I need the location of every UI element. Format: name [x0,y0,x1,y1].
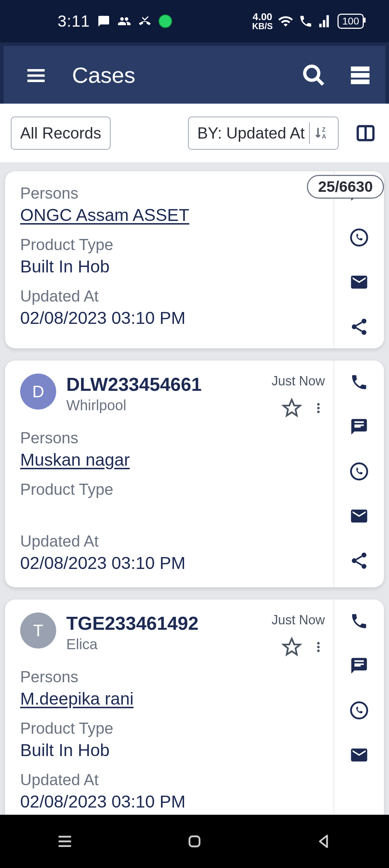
svg-point-16 [351,464,367,480]
message-button[interactable] [348,655,370,677]
email-icon [349,745,369,765]
case-card[interactable]: D DLW233454661 Whirlpool Just Now [5,361,384,587]
system-nav-bar [0,815,389,868]
status-right: 4.00 KB/S 100 [252,12,364,31]
case-list: 25/6630 Persons ONGC Assam ASSET Product… [0,171,389,826]
svg-point-11 [352,324,357,329]
more-button[interactable] [312,637,325,657]
missed-call-icon [138,15,151,28]
view-toggle-button[interactable] [346,60,375,89]
favorite-button[interactable] [282,637,302,657]
call-button[interactable] [348,371,370,393]
product-type-value: Built In Hob [20,740,325,760]
nav-back-button[interactable] [312,829,337,854]
field-label-updated-at: Updated At [20,287,325,305]
share-button[interactable] [348,316,370,338]
whatsapp-icon [349,228,369,247]
share-icon [349,551,369,570]
persons-value[interactable]: M.deepika rani [20,689,325,709]
updated-at-value: 02/08/2023 03:10 PM [20,308,325,328]
share-icon [349,317,369,336]
updated-at-value: 02/08/2023 03:10 PM [20,553,325,573]
app-bar: Cases [0,42,389,104]
back-icon [316,833,333,850]
status-left: 3:11 [58,12,172,30]
wifi-icon [278,13,294,29]
share-button[interactable] [348,550,370,571]
svg-point-9 [351,230,367,246]
signal-icon [318,14,332,28]
case-id: DLW233454661 [66,374,261,395]
updated-at-value: 02/08/2023 03:10 PM [20,792,325,812]
columns-icon [355,123,376,144]
status-bar: 3:11 4.00 KB/S 100 [0,0,389,42]
record-counter: 25/6630 [307,175,384,199]
time-tag: Just Now [272,612,325,628]
field-label-product-type: Product Type [20,236,325,254]
records-filter[interactable]: All Records [11,117,111,150]
svg-point-18 [352,558,357,563]
wifi-calling-icon [299,14,313,28]
phone-icon [350,612,368,630]
whatsapp-icon [349,462,369,481]
svg-point-19 [362,564,367,569]
chat-notification-icon [97,15,110,28]
menu-button[interactable] [22,60,50,89]
hamburger-icon [24,63,48,86]
sort-field: Updated At [226,124,305,142]
nav-recent-button[interactable] [52,829,77,854]
avatar: D [20,374,56,410]
whatsapp-button[interactable] [348,461,370,482]
svg-point-15 [317,411,320,413]
svg-rect-4 [351,80,370,84]
sort-selector[interactable]: BY: Updated At ZA [188,117,339,150]
svg-point-14 [317,407,320,410]
email-button[interactable] [348,271,370,293]
whatsapp-icon [349,701,369,720]
phone-icon [350,373,368,392]
whatsapp-button[interactable] [348,227,370,248]
rows-icon [349,64,371,86]
status-time: 3:11 [58,12,90,30]
whatsapp-button[interactable] [348,700,370,721]
page-title: Cases [72,62,299,88]
persons-value[interactable]: Muskan nagar [20,450,325,470]
network-speed-indicator: 4.00 KB/S [252,12,273,31]
more-vert-icon [312,637,325,657]
card-actions [334,600,384,826]
home-icon [186,833,203,850]
message-button[interactable] [348,416,370,438]
persons-value[interactable]: ONGC Assam ASSET [20,205,325,225]
nav-home-button[interactable] [182,829,207,854]
svg-text:A: A [322,133,326,139]
star-outline-icon [282,398,302,418]
field-label-product-type: Product Type [20,480,325,498]
favorite-button[interactable] [282,398,302,418]
message-icon [350,656,368,675]
svg-point-10 [362,319,367,324]
field-label-persons: Persons [20,429,325,447]
message-icon [350,417,368,436]
card-actions [334,361,384,587]
more-vert-icon [312,398,325,418]
svg-point-0 [305,66,319,80]
more-button[interactable] [312,398,325,418]
svg-line-1 [317,78,323,85]
email-icon [349,506,369,526]
battery-indicator: 100 [337,14,364,29]
call-button[interactable] [348,610,370,632]
search-icon [300,62,326,88]
columns-button[interactable] [353,121,378,146]
product-type-value: Built In Hob [20,257,325,276]
email-button[interactable] [348,505,370,527]
svg-rect-2 [351,67,370,71]
email-button[interactable] [348,744,370,766]
svg-point-22 [317,650,320,652]
filter-bar: All Records BY: Updated At ZA [0,104,389,163]
svg-text:Z: Z [322,126,326,133]
case-card[interactable]: T TGE233461492 Elica Just Now [5,600,384,826]
product-type-value [20,501,325,521]
search-button[interactable] [299,60,328,89]
email-icon [349,272,369,292]
sort-prefix: BY: [197,124,222,142]
